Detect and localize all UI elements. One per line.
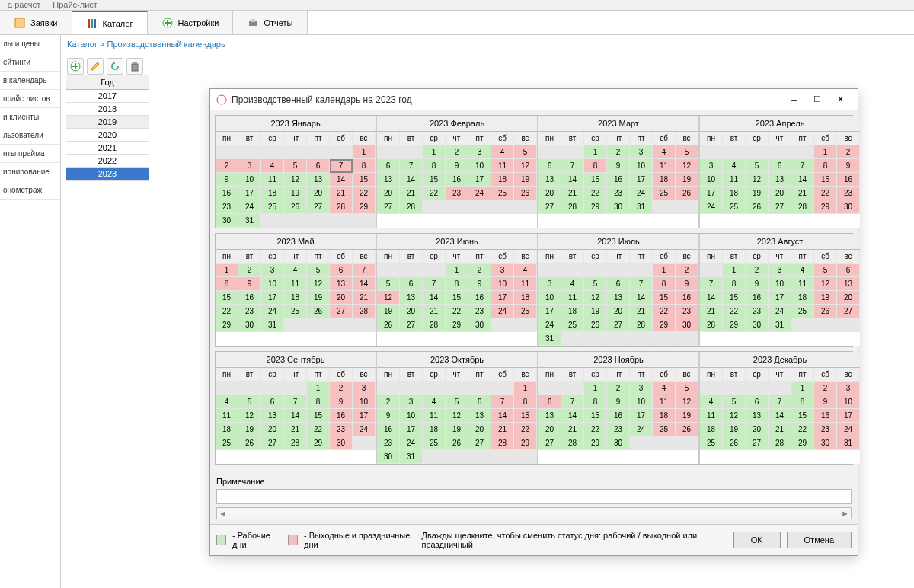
year-row[interactable]: 2023: [66, 168, 149, 181]
day-cell[interactable]: 27: [307, 200, 330, 214]
day-cell[interactable]: 7: [561, 159, 584, 173]
sidebar-item[interactable]: ейтинги: [0, 53, 60, 72]
day-cell[interactable]: 14: [400, 173, 423, 187]
day-cell[interactable]: 4: [791, 264, 814, 277]
day-cell[interactable]: 20: [538, 423, 561, 436]
day-cell[interactable]: 10: [769, 277, 791, 291]
day-cell[interactable]: 19: [676, 409, 698, 423]
day-cell[interactable]: 12: [238, 409, 261, 423]
year-row[interactable]: 2019: [66, 116, 149, 129]
day-cell[interactable]: 21: [353, 291, 376, 305]
day-cell[interactable]: 2: [746, 264, 769, 277]
day-cell[interactable]: 2: [446, 145, 468, 159]
day-cell[interactable]: 28: [769, 436, 791, 450]
tab-Отчеты[interactable]: Отчеты: [233, 11, 307, 34]
day-cell[interactable]: 6: [746, 395, 769, 409]
day-cell[interactable]: 31: [630, 200, 653, 214]
day-cell[interactable]: 6: [307, 159, 330, 173]
day-cell[interactable]: 26: [446, 436, 468, 450]
day-cell[interactable]: 15: [653, 291, 676, 305]
day-cell[interactable]: 12: [514, 159, 537, 173]
day-cell[interactable]: 1: [814, 145, 837, 159]
day-cell[interactable]: 7: [353, 264, 376, 277]
day-cell[interactable]: 24: [630, 187, 653, 200]
day-cell[interactable]: 12: [723, 409, 746, 423]
day-cell[interactable]: 25: [791, 305, 814, 318]
day-cell[interactable]: 7: [423, 277, 446, 291]
day-cell[interactable]: 2: [607, 382, 630, 395]
day-cell[interactable]: 3: [538, 277, 561, 291]
close-button[interactable]: ✕: [829, 91, 852, 108]
day-cell[interactable]: 7: [791, 159, 814, 173]
day-cell[interactable]: 23: [837, 187, 860, 200]
day-cell[interactable]: 18: [653, 409, 676, 423]
day-cell[interactable]: 21: [769, 423, 791, 436]
day-cell[interactable]: 3: [700, 159, 723, 173]
day-cell[interactable]: 13: [538, 173, 561, 187]
day-cell[interactable]: 28: [330, 200, 353, 214]
day-cell[interactable]: 4: [723, 159, 746, 173]
day-cell[interactable]: 4: [261, 159, 284, 173]
day-cell[interactable]: 23: [377, 436, 400, 450]
day-cell[interactable]: 2: [330, 382, 353, 395]
day-cell[interactable]: 6: [468, 395, 491, 409]
day-cell[interactable]: 24: [238, 200, 261, 214]
day-cell[interactable]: 24: [491, 305, 514, 318]
day-cell[interactable]: 18: [700, 423, 723, 436]
day-cell[interactable]: 14: [769, 409, 791, 423]
day-cell[interactable]: 30: [814, 436, 837, 450]
day-cell[interactable]: 24: [353, 423, 376, 436]
breadcrumb-root[interactable]: Каталог: [67, 40, 97, 49]
day-cell[interactable]: 1: [446, 264, 468, 277]
day-cell[interactable]: 1: [791, 382, 814, 395]
day-cell[interactable]: 9: [814, 395, 837, 409]
day-cell[interactable]: 26: [584, 318, 607, 332]
day-cell[interactable]: 21: [284, 423, 307, 436]
day-cell[interactable]: 3: [630, 382, 653, 395]
day-cell[interactable]: 26: [307, 305, 330, 318]
day-cell[interactable]: 2: [468, 264, 491, 277]
day-cell[interactable]: 8: [307, 395, 330, 409]
day-cell[interactable]: 7: [769, 395, 791, 409]
day-cell[interactable]: 5: [514, 145, 537, 159]
day-cell[interactable]: 30: [837, 200, 860, 214]
day-cell[interactable]: 13: [261, 409, 284, 423]
day-cell[interactable]: 15: [216, 291, 238, 305]
day-cell[interactable]: 23: [746, 305, 769, 318]
day-cell[interactable]: 22: [446, 305, 468, 318]
day-cell[interactable]: 18: [791, 291, 814, 305]
day-cell[interactable]: 5: [584, 277, 607, 291]
day-cell[interactable]: 17: [400, 423, 423, 436]
day-cell[interactable]: 5: [723, 395, 746, 409]
day-cell[interactable]: 9: [607, 395, 630, 409]
day-cell[interactable]: 2: [607, 145, 630, 159]
day-cell[interactable]: 31: [400, 450, 423, 464]
year-row[interactable]: 2022: [66, 155, 149, 168]
day-cell[interactable]: 31: [538, 332, 561, 346]
day-cell[interactable]: 23: [330, 423, 353, 436]
day-cell[interactable]: 26: [676, 187, 698, 200]
day-cell[interactable]: 18: [284, 291, 307, 305]
day-cell[interactable]: 19: [676, 173, 698, 187]
day-cell[interactable]: 21: [491, 423, 514, 436]
day-cell[interactable]: 12: [676, 159, 698, 173]
day-cell[interactable]: 14: [491, 409, 514, 423]
day-cell[interactable]: 15: [584, 409, 607, 423]
day-cell[interactable]: 12: [814, 277, 837, 291]
day-cell[interactable]: 27: [261, 436, 284, 450]
day-cell[interactable]: 13: [538, 409, 561, 423]
secondary-tab[interactable]: Прайс-лист: [46, 0, 104, 10]
day-cell[interactable]: 15: [814, 173, 837, 187]
day-cell[interactable]: 30: [746, 318, 769, 332]
day-cell[interactable]: 16: [468, 291, 491, 305]
day-cell[interactable]: 6: [837, 264, 860, 277]
day-cell[interactable]: 11: [700, 409, 723, 423]
day-cell[interactable]: 25: [261, 200, 284, 214]
maximize-button[interactable]: ☐: [806, 91, 829, 108]
day-cell[interactable]: 11: [653, 395, 676, 409]
day-cell[interactable]: 14: [561, 409, 584, 423]
day-cell[interactable]: 21: [330, 187, 353, 200]
day-cell[interactable]: 1: [216, 264, 238, 277]
day-cell[interactable]: 11: [423, 409, 446, 423]
day-cell[interactable]: 16: [377, 423, 400, 436]
